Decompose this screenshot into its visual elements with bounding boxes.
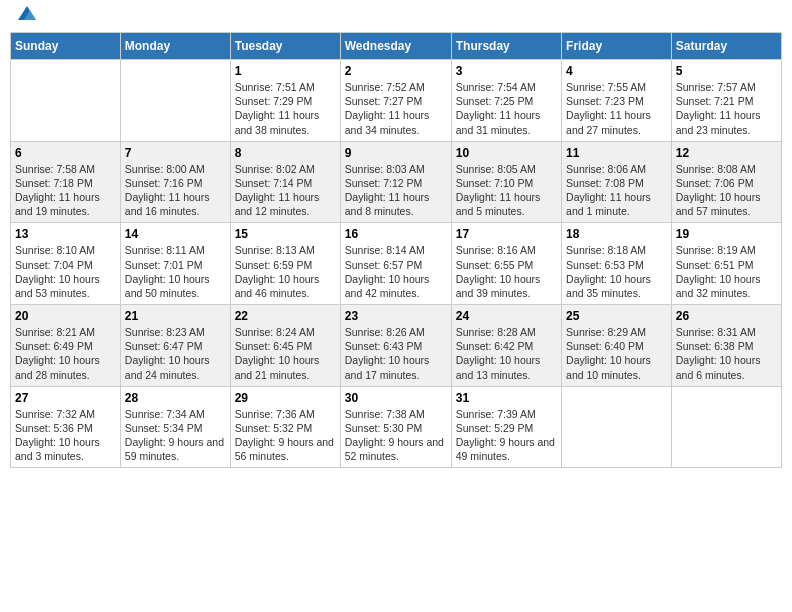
weekday-header: Sunday [11, 33, 121, 60]
day-number: 20 [15, 309, 116, 323]
weekday-header: Thursday [451, 33, 561, 60]
day-number: 5 [676, 64, 777, 78]
day-number: 11 [566, 146, 667, 160]
calendar-cell: 10Sunrise: 8:05 AM Sunset: 7:10 PM Dayli… [451, 141, 561, 223]
day-number: 24 [456, 309, 557, 323]
calendar-cell: 8Sunrise: 8:02 AM Sunset: 7:14 PM Daylig… [230, 141, 340, 223]
calendar-cell [671, 386, 781, 468]
day-info: Sunrise: 7:36 AM Sunset: 5:32 PM Dayligh… [235, 407, 336, 464]
day-info: Sunrise: 8:21 AM Sunset: 6:49 PM Dayligh… [15, 325, 116, 382]
calendar-cell: 1Sunrise: 7:51 AM Sunset: 7:29 PM Daylig… [230, 60, 340, 142]
day-info: Sunrise: 8:06 AM Sunset: 7:08 PM Dayligh… [566, 162, 667, 219]
calendar-cell: 28Sunrise: 7:34 AM Sunset: 5:34 PM Dayli… [120, 386, 230, 468]
day-info: Sunrise: 7:38 AM Sunset: 5:30 PM Dayligh… [345, 407, 447, 464]
calendar-cell: 25Sunrise: 8:29 AM Sunset: 6:40 PM Dayli… [562, 305, 672, 387]
weekday-header: Wednesday [340, 33, 451, 60]
day-info: Sunrise: 8:05 AM Sunset: 7:10 PM Dayligh… [456, 162, 557, 219]
day-info: Sunrise: 8:13 AM Sunset: 6:59 PM Dayligh… [235, 243, 336, 300]
day-info: Sunrise: 8:24 AM Sunset: 6:45 PM Dayligh… [235, 325, 336, 382]
day-number: 14 [125, 227, 226, 241]
day-info: Sunrise: 8:23 AM Sunset: 6:47 PM Dayligh… [125, 325, 226, 382]
calendar-cell: 12Sunrise: 8:08 AM Sunset: 7:06 PM Dayli… [671, 141, 781, 223]
day-number: 16 [345, 227, 447, 241]
day-number: 8 [235, 146, 336, 160]
day-info: Sunrise: 7:51 AM Sunset: 7:29 PM Dayligh… [235, 80, 336, 137]
calendar-cell: 9Sunrise: 8:03 AM Sunset: 7:12 PM Daylig… [340, 141, 451, 223]
day-info: Sunrise: 8:26 AM Sunset: 6:43 PM Dayligh… [345, 325, 447, 382]
page-header [10, 10, 782, 24]
day-info: Sunrise: 7:34 AM Sunset: 5:34 PM Dayligh… [125, 407, 226, 464]
calendar-cell: 2Sunrise: 7:52 AM Sunset: 7:27 PM Daylig… [340, 60, 451, 142]
calendar-cell: 11Sunrise: 8:06 AM Sunset: 7:08 PM Dayli… [562, 141, 672, 223]
calendar-cell: 16Sunrise: 8:14 AM Sunset: 6:57 PM Dayli… [340, 223, 451, 305]
calendar-cell: 24Sunrise: 8:28 AM Sunset: 6:42 PM Dayli… [451, 305, 561, 387]
day-info: Sunrise: 8:31 AM Sunset: 6:38 PM Dayligh… [676, 325, 777, 382]
calendar-cell: 29Sunrise: 7:36 AM Sunset: 5:32 PM Dayli… [230, 386, 340, 468]
calendar-cell [120, 60, 230, 142]
logo-icon [16, 2, 38, 24]
calendar-cell: 31Sunrise: 7:39 AM Sunset: 5:29 PM Dayli… [451, 386, 561, 468]
calendar-cell: 19Sunrise: 8:19 AM Sunset: 6:51 PM Dayli… [671, 223, 781, 305]
day-info: Sunrise: 8:28 AM Sunset: 6:42 PM Dayligh… [456, 325, 557, 382]
calendar-cell: 18Sunrise: 8:18 AM Sunset: 6:53 PM Dayli… [562, 223, 672, 305]
calendar-cell: 3Sunrise: 7:54 AM Sunset: 7:25 PM Daylig… [451, 60, 561, 142]
day-info: Sunrise: 7:57 AM Sunset: 7:21 PM Dayligh… [676, 80, 777, 137]
weekday-header: Saturday [671, 33, 781, 60]
weekday-header: Friday [562, 33, 672, 60]
day-number: 15 [235, 227, 336, 241]
day-info: Sunrise: 8:03 AM Sunset: 7:12 PM Dayligh… [345, 162, 447, 219]
day-info: Sunrise: 7:58 AM Sunset: 7:18 PM Dayligh… [15, 162, 116, 219]
day-number: 26 [676, 309, 777, 323]
calendar-cell: 17Sunrise: 8:16 AM Sunset: 6:55 PM Dayli… [451, 223, 561, 305]
day-number: 25 [566, 309, 667, 323]
day-number: 1 [235, 64, 336, 78]
day-info: Sunrise: 8:18 AM Sunset: 6:53 PM Dayligh… [566, 243, 667, 300]
calendar-table: SundayMondayTuesdayWednesdayThursdayFrid… [10, 32, 782, 468]
day-number: 12 [676, 146, 777, 160]
calendar-cell: 26Sunrise: 8:31 AM Sunset: 6:38 PM Dayli… [671, 305, 781, 387]
day-info: Sunrise: 8:11 AM Sunset: 7:01 PM Dayligh… [125, 243, 226, 300]
calendar-week-row: 20Sunrise: 8:21 AM Sunset: 6:49 PM Dayli… [11, 305, 782, 387]
logo-text [14, 10, 38, 24]
day-number: 2 [345, 64, 447, 78]
day-info: Sunrise: 7:54 AM Sunset: 7:25 PM Dayligh… [456, 80, 557, 137]
day-info: Sunrise: 8:10 AM Sunset: 7:04 PM Dayligh… [15, 243, 116, 300]
day-info: Sunrise: 8:02 AM Sunset: 7:14 PM Dayligh… [235, 162, 336, 219]
calendar-cell [562, 386, 672, 468]
calendar-week-row: 27Sunrise: 7:32 AM Sunset: 5:36 PM Dayli… [11, 386, 782, 468]
calendar-week-row: 1Sunrise: 7:51 AM Sunset: 7:29 PM Daylig… [11, 60, 782, 142]
calendar-cell: 5Sunrise: 7:57 AM Sunset: 7:21 PM Daylig… [671, 60, 781, 142]
calendar-cell: 21Sunrise: 8:23 AM Sunset: 6:47 PM Dayli… [120, 305, 230, 387]
day-number: 27 [15, 391, 116, 405]
calendar-week-row: 13Sunrise: 8:10 AM Sunset: 7:04 PM Dayli… [11, 223, 782, 305]
day-number: 30 [345, 391, 447, 405]
calendar-cell: 27Sunrise: 7:32 AM Sunset: 5:36 PM Dayli… [11, 386, 121, 468]
day-number: 21 [125, 309, 226, 323]
day-info: Sunrise: 8:14 AM Sunset: 6:57 PM Dayligh… [345, 243, 447, 300]
calendar-cell: 13Sunrise: 8:10 AM Sunset: 7:04 PM Dayli… [11, 223, 121, 305]
day-number: 9 [345, 146, 447, 160]
day-info: Sunrise: 7:32 AM Sunset: 5:36 PM Dayligh… [15, 407, 116, 464]
day-number: 4 [566, 64, 667, 78]
day-number: 29 [235, 391, 336, 405]
day-info: Sunrise: 7:55 AM Sunset: 7:23 PM Dayligh… [566, 80, 667, 137]
calendar-cell: 23Sunrise: 8:26 AM Sunset: 6:43 PM Dayli… [340, 305, 451, 387]
day-info: Sunrise: 7:52 AM Sunset: 7:27 PM Dayligh… [345, 80, 447, 137]
day-number: 17 [456, 227, 557, 241]
day-info: Sunrise: 8:29 AM Sunset: 6:40 PM Dayligh… [566, 325, 667, 382]
calendar-cell: 22Sunrise: 8:24 AM Sunset: 6:45 PM Dayli… [230, 305, 340, 387]
day-number: 31 [456, 391, 557, 405]
day-number: 22 [235, 309, 336, 323]
day-number: 23 [345, 309, 447, 323]
day-info: Sunrise: 8:16 AM Sunset: 6:55 PM Dayligh… [456, 243, 557, 300]
day-number: 13 [15, 227, 116, 241]
day-number: 10 [456, 146, 557, 160]
day-info: Sunrise: 8:08 AM Sunset: 7:06 PM Dayligh… [676, 162, 777, 219]
logo [14, 10, 38, 24]
weekday-header: Monday [120, 33, 230, 60]
day-info: Sunrise: 8:00 AM Sunset: 7:16 PM Dayligh… [125, 162, 226, 219]
day-number: 18 [566, 227, 667, 241]
calendar-week-row: 6Sunrise: 7:58 AM Sunset: 7:18 PM Daylig… [11, 141, 782, 223]
calendar-header-row: SundayMondayTuesdayWednesdayThursdayFrid… [11, 33, 782, 60]
calendar-cell: 7Sunrise: 8:00 AM Sunset: 7:16 PM Daylig… [120, 141, 230, 223]
